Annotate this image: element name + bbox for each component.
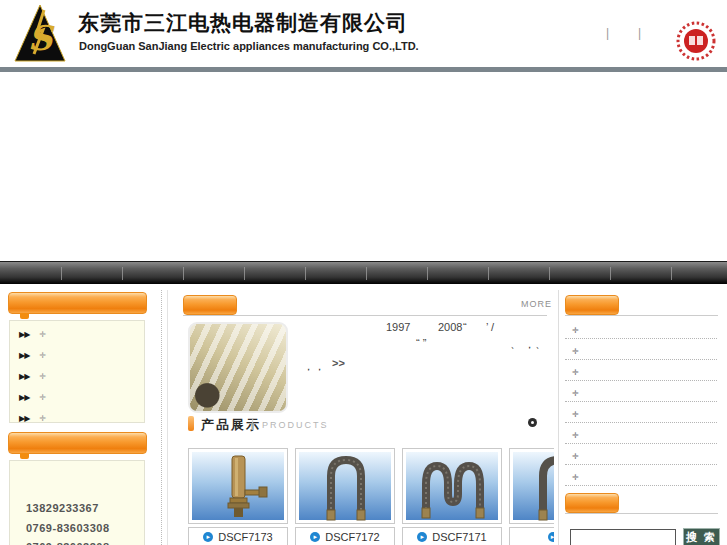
- right-link-item[interactable]: ✛: [565, 360, 717, 381]
- right-link-item[interactable]: ✛: [565, 423, 717, 444]
- right-link-item[interactable]: ✛: [565, 465, 717, 486]
- right-links-list: ✛✛✛✛✛✛✛✛: [565, 318, 717, 486]
- company-name-zh: 东莞市三江电热电器制造有限公司: [78, 9, 408, 37]
- nav-item-separator: [305, 267, 306, 280]
- small-arrow-icon: ✛: [39, 372, 46, 381]
- main-navigation-bar[interactable]: [0, 261, 727, 284]
- intro-text-fragment: 1997: [386, 321, 410, 333]
- certification-seal-icon: [676, 21, 716, 61]
- left-menu-item[interactable]: ▶▶✛: [10, 342, 144, 363]
- more-link[interactable]: MORE: [521, 299, 552, 309]
- products-title-divider: |: [251, 416, 254, 430]
- nav-item-separator: [366, 267, 367, 280]
- nav-item-separator: [183, 267, 184, 280]
- left-menu-item[interactable]: ▶▶✛: [10, 384, 144, 405]
- play-icon: ▸: [548, 532, 554, 542]
- top-link-separator: |: [638, 26, 641, 40]
- left-menu-header: [8, 292, 147, 314]
- nav-item-separator: [610, 267, 611, 280]
- link-bullet-icon: ✛: [572, 368, 579, 377]
- about-section-underline: [183, 315, 547, 316]
- product-image[interactable]: [188, 448, 288, 524]
- company-logo-icon[interactable]: S: [14, 4, 66, 62]
- product-name: DSCF7173: [218, 531, 272, 543]
- nav-item-separator: [671, 267, 672, 280]
- link-bullet-icon: ✛: [572, 347, 579, 356]
- products-section-title-en: PRODUCTS: [262, 420, 329, 430]
- search-input[interactable]: [570, 529, 676, 545]
- intro-text-fragment: “ ”: [416, 337, 426, 349]
- nav-item-separator: [61, 267, 62, 280]
- banner-placeholder: [0, 72, 727, 261]
- about-section-tab[interactable]: [183, 295, 237, 315]
- main-content: MORE 1997 2008 “ ’ / “ ” 、 ，、 ，， >> 产品展示…: [182, 288, 554, 545]
- left-contact-header: [8, 432, 147, 454]
- right-link-item[interactable]: ✛: [565, 402, 717, 423]
- play-icon: ▸: [310, 532, 320, 542]
- right-links-header: [565, 295, 619, 315]
- product-label[interactable]: ▸ DSCF7173: [188, 527, 288, 545]
- nav-item-separator: [427, 267, 428, 280]
- right-link-item[interactable]: ✛: [565, 339, 717, 360]
- nav-item-separator: [244, 267, 245, 280]
- left-column-dotted-divider: [161, 290, 162, 545]
- intro-text-fragment: ，，: [303, 359, 325, 374]
- nav-item-separator: [549, 267, 550, 280]
- play-icon: ▸: [417, 532, 427, 542]
- left-menu-header-nub: [20, 313, 29, 319]
- link-bullet-icon: ✛: [572, 389, 579, 398]
- contact-phone-landline: 0769-83603308: [26, 522, 110, 534]
- products-section-bullet-icon: [188, 416, 194, 431]
- header: S 东莞市三江电热电器制造有限公司 DongGuan SanJiang Elec…: [0, 0, 727, 67]
- link-bullet-icon: ✛: [572, 431, 579, 440]
- heating-element-photo: [192, 452, 286, 522]
- heating-element-photo: [406, 452, 500, 522]
- product-image[interactable]: [402, 448, 502, 524]
- intro-text-fragment: ’ /: [486, 321, 494, 333]
- intro-more-arrows-link[interactable]: >>: [332, 357, 345, 369]
- intro-text-fragment: “: [463, 321, 467, 333]
- double-arrow-icon: ▶▶: [19, 393, 29, 402]
- small-arrow-icon: ✛: [39, 414, 46, 423]
- search-button[interactable]: 搜 索: [683, 528, 720, 545]
- small-arrow-icon: ✛: [39, 330, 46, 339]
- right-link-item[interactable]: ✛: [565, 318, 717, 339]
- intro-text-fragment: 2008: [438, 321, 462, 333]
- nav-item-separator: [122, 267, 123, 280]
- right-search-header: [565, 493, 619, 513]
- link-bullet-icon: ✛: [572, 452, 579, 461]
- heating-element-photo: [513, 452, 554, 522]
- link-bullet-icon: ✛: [572, 410, 579, 419]
- company-name-en: DongGuan SanJiang Electric appliances ma…: [79, 40, 419, 52]
- right-link-item[interactable]: ✛: [565, 444, 717, 465]
- product-label[interactable]: ▸ DSCF7171: [402, 527, 502, 545]
- product-label[interactable]: ▸ DSCF7172: [295, 527, 395, 545]
- nav-item-separator: [488, 267, 489, 280]
- product-label[interactable]: ▸ D: [509, 527, 554, 545]
- product-image[interactable]: [509, 448, 554, 524]
- product-name: DSCF7171: [432, 531, 486, 543]
- left-menu-item[interactable]: ▶▶✛: [10, 405, 144, 426]
- left-menu-item[interactable]: ▶▶✛: [10, 363, 144, 384]
- double-arrow-icon: ▶▶: [19, 372, 29, 381]
- link-bullet-icon: ✛: [572, 326, 579, 335]
- right-link-item[interactable]: ✛: [565, 381, 717, 402]
- left-column-divider: [167, 290, 168, 545]
- double-arrow-icon: ▶▶: [19, 414, 29, 423]
- intro-text-fragment: 、 ，、: [510, 337, 546, 352]
- link-bullet-icon: ✛: [572, 473, 579, 482]
- products-more-icon[interactable]: [528, 418, 537, 427]
- double-arrow-icon: ▶▶: [19, 351, 29, 360]
- small-arrow-icon: ✛: [39, 393, 46, 402]
- right-search-underline: [565, 513, 718, 514]
- left-menu-item[interactable]: ▶▶✛: [10, 321, 144, 342]
- left-menu-panel: ▶▶✛▶▶✛▶▶✛▶▶✛▶▶✛: [9, 320, 145, 423]
- contact-phone-mobile: 13829233367: [26, 502, 99, 514]
- double-arrow-icon: ▶▶: [19, 330, 29, 339]
- product-name: DSCF7172: [325, 531, 379, 543]
- top-link-separator: |: [606, 26, 609, 40]
- product-image[interactable]: [295, 448, 395, 524]
- left-contact-header-nub: [20, 453, 29, 459]
- company-building-photo: [188, 322, 288, 413]
- right-links-underline: [565, 315, 718, 316]
